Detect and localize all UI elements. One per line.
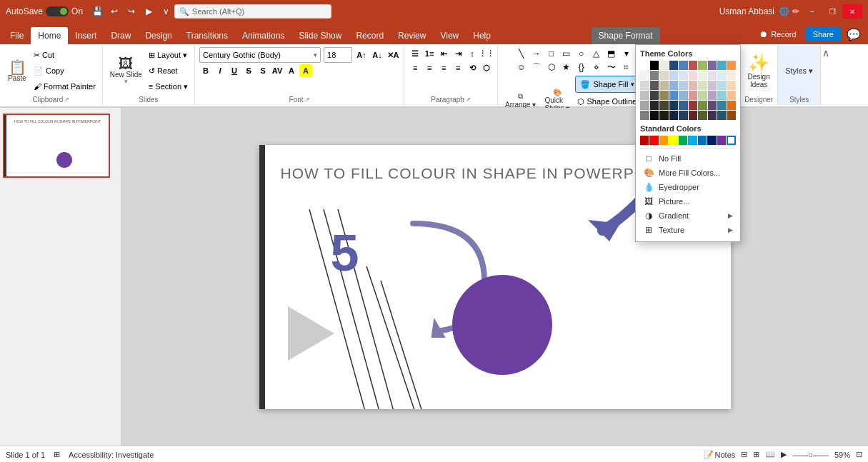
theme-color-swatch[interactable] (689, 71, 698, 80)
tab-draw[interactable]: Draw (104, 27, 138, 44)
theme-color-swatch[interactable] (727, 61, 737, 70)
theme-color-swatch[interactable] (659, 61, 669, 70)
theme-color-swatch[interactable] (679, 81, 688, 90)
standard-color-swatch[interactable] (649, 136, 658, 145)
comments-button[interactable]: 💬 (844, 24, 864, 44)
bullets-button[interactable]: ☰ (409, 47, 421, 60)
shape-rect-icon[interactable]: □ (544, 47, 559, 60)
picture-item[interactable]: 🖼 Picture... (640, 194, 736, 209)
text-direction-button[interactable]: ⟲ (466, 61, 479, 74)
shape-smiley-icon[interactable]: ☺ (514, 61, 529, 74)
shape-star-icon[interactable]: ★ (559, 61, 574, 74)
shape-line-icon[interactable]: ╲ (514, 47, 529, 60)
theme-color-swatch[interactable] (727, 111, 737, 120)
theme-color-swatch[interactable] (679, 91, 688, 100)
share-button[interactable]: Share (806, 27, 841, 41)
minimize-button[interactable]: − (802, 4, 822, 19)
theme-color-swatch[interactable] (698, 71, 707, 80)
theme-color-swatch[interactable] (689, 81, 698, 90)
zoom-slider[interactable]: ——○—— (792, 451, 829, 459)
theme-color-swatch[interactable] (689, 111, 698, 120)
theme-color-swatch[interactable] (650, 71, 659, 80)
shape-polygon-icon[interactable]: ⬡ (544, 61, 559, 74)
theme-color-swatch[interactable] (689, 61, 698, 70)
standard-color-swatch[interactable] (679, 136, 687, 145)
standard-color-swatch[interactable] (688, 136, 697, 145)
tab-transitions[interactable]: Transitions (179, 27, 235, 44)
tab-record[interactable]: Record (349, 27, 391, 44)
columns-button[interactable]: ⋮⋮ (480, 47, 493, 60)
close-button[interactable]: ✕ (842, 4, 862, 19)
theme-color-swatch[interactable] (669, 111, 679, 120)
theme-color-swatch[interactable] (679, 111, 688, 120)
format-painter-button[interactable]: 🖌 Format Painter (31, 79, 98, 94)
normal-view-button[interactable]: ⊟ (741, 450, 747, 459)
layout-button[interactable]: ⊞ Layout ▾ (146, 48, 190, 62)
no-fill-item[interactable]: □ No Fill (640, 151, 736, 166)
character-spacing-button[interactable]: AV (271, 64, 284, 77)
theme-color-swatch[interactable] (669, 81, 679, 90)
bold-button[interactable]: B (199, 64, 212, 77)
collapse-ribbon-button[interactable]: ∧ (821, 46, 831, 105)
present-button[interactable]: ▶ (140, 4, 157, 19)
theme-color-swatch[interactable] (679, 71, 688, 80)
theme-color-swatch[interactable] (640, 81, 649, 90)
tab-file[interactable]: File (3, 27, 31, 44)
restore-button[interactable]: ❐ (822, 4, 842, 19)
standard-color-swatch[interactable] (659, 136, 668, 145)
notes-button[interactable]: 📝 Notes (704, 450, 736, 459)
theme-color-swatch[interactable] (650, 81, 659, 90)
shape-freeform-icon[interactable]: 〜 (604, 61, 619, 74)
notes-panel-toggle-icon[interactable]: ⊞ (54, 450, 60, 459)
line-spacing-button[interactable]: ↕ (466, 47, 479, 60)
standard-color-swatch[interactable] (707, 136, 716, 145)
theme-color-swatch[interactable] (708, 91, 717, 100)
shape-bracket-icon[interactable]: {} (574, 61, 589, 74)
font-color-button[interactable]: A (285, 64, 298, 77)
theme-color-swatch[interactable] (717, 91, 727, 100)
theme-color-swatch[interactable] (659, 91, 669, 100)
underline-button[interactable]: U (228, 64, 241, 77)
texture-item[interactable]: ⊞ Texture ▶ (640, 223, 736, 237)
tab-view[interactable]: View (433, 27, 466, 44)
shape-connector-icon[interactable]: ⌗ (619, 61, 634, 74)
copy-button[interactable]: 📄 Copy (31, 64, 98, 78)
more-fill-colors-item[interactable]: 🎨 More Fill Colors... (640, 166, 736, 180)
redo-button[interactable]: ↪ (123, 4, 140, 19)
theme-color-swatch[interactable] (669, 61, 679, 70)
theme-color-swatch[interactable] (717, 111, 727, 120)
theme-color-swatch[interactable] (708, 111, 717, 120)
slide-thumbnail-1[interactable]: 1 HOW TO FILL COLOUR IN SHAPE IN POWERPO… (3, 114, 118, 178)
tab-review[interactable]: Review (391, 27, 433, 44)
theme-color-swatch[interactable] (727, 81, 737, 90)
theme-color-swatch[interactable] (669, 91, 679, 100)
slide-sorter-button[interactable]: ⊞ (753, 450, 759, 459)
font-size-input[interactable]: 18 (324, 47, 352, 63)
fit-to-window-button[interactable]: ⊡ (856, 450, 862, 459)
theme-color-swatch[interactable] (640, 111, 649, 120)
new-slide-button[interactable]: 🖼 New Slide ▼ (107, 51, 145, 91)
theme-color-swatch[interactable] (689, 91, 698, 100)
theme-color-swatch[interactable] (727, 101, 737, 110)
tab-home[interactable]: Home (31, 27, 68, 44)
shape-right-arrow-icon[interactable]: ⬒ (604, 47, 619, 60)
align-right-button[interactable]: ≡ (437, 61, 450, 74)
presenter-view-button[interactable]: ▶ (781, 450, 787, 459)
tab-design[interactable]: Design (138, 27, 179, 44)
align-left-button[interactable]: ≡ (409, 61, 421, 74)
shape-oval-icon[interactable]: ○ (574, 47, 589, 60)
theme-color-swatch[interactable] (669, 71, 679, 80)
theme-color-swatch[interactable] (650, 91, 659, 100)
clipboard-label[interactable]: Clipboard ↗ (33, 96, 70, 104)
theme-color-swatch[interactable] (650, 111, 659, 120)
reset-button[interactable]: ↺ Reset (146, 64, 190, 78)
shadow-button[interactable]: S (256, 64, 269, 77)
theme-color-swatch[interactable] (650, 101, 659, 110)
strikethrough-button[interactable]: S (242, 64, 255, 77)
cut-button[interactable]: ✂ Cut (31, 48, 98, 62)
theme-color-swatch[interactable] (650, 61, 659, 70)
theme-color-swatch[interactable] (727, 91, 737, 100)
eyedropper-item[interactable]: 💧 Eyedropper (640, 180, 736, 194)
theme-color-swatch[interactable] (717, 61, 727, 70)
theme-color-swatch[interactable] (689, 101, 698, 110)
